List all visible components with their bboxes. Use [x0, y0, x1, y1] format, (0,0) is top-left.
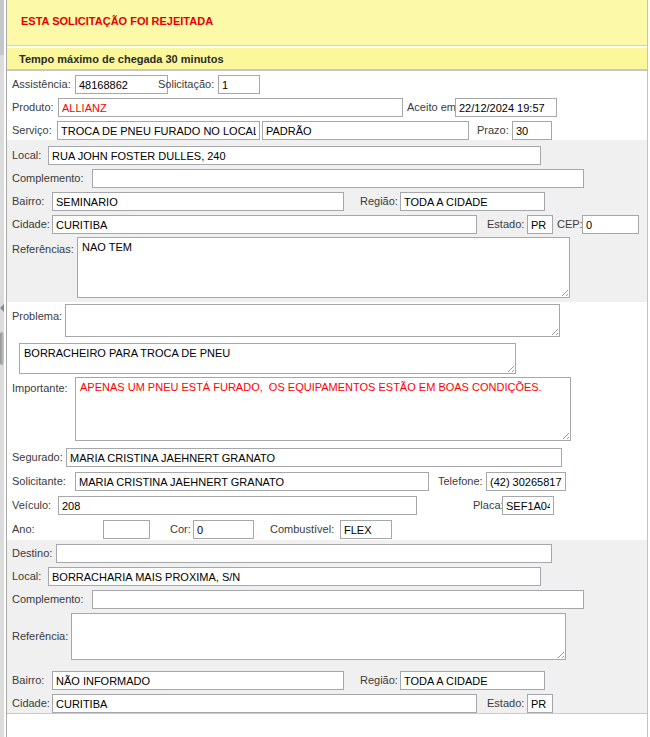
panel-right-border [647, 0, 648, 737]
servico-input[interactable] [57, 121, 260, 140]
origem-cep-label: CEP: [557, 218, 583, 230]
aceito-em-label: Aceito em: [407, 101, 459, 113]
origem-local-input[interactable] [48, 146, 541, 165]
telefone-input[interactable] [486, 472, 566, 491]
splitter-top-segment [0, 0, 4, 55]
solicitacao-label: Solicitação: [158, 78, 214, 90]
importante-label: Importante: [12, 382, 68, 394]
destino-input[interactable] [56, 544, 552, 563]
segurado-input[interactable] [66, 448, 562, 467]
origem-complemento-label: Complemento: [12, 172, 84, 184]
destino-bairro-label: Bairro: [12, 674, 44, 686]
solicitacao-input[interactable] [218, 75, 260, 94]
origem-bairro-input[interactable] [52, 192, 344, 211]
segurado-label: Segurado: [12, 451, 63, 463]
problema-label: Problema: [12, 310, 62, 322]
combustivel-label: Combustível: [270, 523, 334, 535]
destino-regiao-label: Região: [360, 674, 398, 686]
telefone-label: Telefone: [438, 475, 483, 487]
produto-label: Produto: [12, 101, 54, 113]
splitter-track [0, 0, 4, 737]
destino-cidade-input[interactable] [52, 694, 477, 713]
produto-input[interactable] [58, 98, 403, 117]
origem-local-label: Local: [12, 149, 41, 161]
servico-label: Serviço: [12, 124, 52, 136]
placa-label: Placa: [473, 499, 504, 511]
solicitante-label: Solicitante: [12, 475, 66, 487]
arrival-time-banner: Tempo máximo de chegada 30 minutos [7, 48, 647, 71]
cor-input[interactable] [193, 520, 254, 539]
splitter-collapse-arrow-icon[interactable] [0, 304, 4, 312]
origem-cidade-label: Cidade: [12, 218, 50, 230]
referencias-textarea[interactable]: NAO TEM [77, 237, 570, 298]
aceito-em-input[interactable] [455, 98, 557, 117]
destino-label: Destino: [12, 547, 52, 559]
ano-input[interactable] [103, 520, 150, 539]
origem-cidade-input[interactable] [52, 215, 477, 234]
assistencia-label: Assistência: [12, 78, 71, 90]
referencias-label: Referências: [12, 243, 74, 255]
destino-estado-input[interactable] [527, 694, 553, 713]
solicitante-input[interactable] [75, 472, 429, 491]
origem-regiao-label: Região: [360, 195, 398, 207]
origem-estado-input[interactable] [527, 215, 553, 234]
destino-referencia-label: Referência: [12, 630, 68, 642]
destino-cidade-label: Cidade: [12, 697, 50, 709]
origem-bairro-label: Bairro: [12, 195, 44, 207]
origem-complemento-input[interactable] [92, 169, 584, 188]
veiculo-input[interactable] [58, 496, 417, 515]
destino-local-label: Local: [12, 570, 41, 582]
destino-bairro-input[interactable] [52, 671, 344, 690]
splitter-scroll-thumb[interactable] [0, 332, 4, 365]
problema-textarea[interactable] [65, 304, 560, 337]
destino-referencia-textarea[interactable] [71, 613, 566, 660]
rejected-banner: ESTA SOLICITAÇÃO FOI REJEITADA [7, 0, 647, 46]
veiculo-label: Veículo: [12, 499, 51, 511]
assistencia-input[interactable] [75, 75, 168, 94]
destino-local-input[interactable] [48, 567, 541, 586]
prazo-label: Prazo: [477, 124, 509, 136]
importante-textarea[interactable]: APENAS UM PNEU ESTÁ FURADO, OS EQUIPAMEN… [75, 377, 571, 441]
destino-complemento-input[interactable] [92, 590, 584, 609]
combustivel-input[interactable] [340, 520, 392, 539]
rejected-banner-text: ESTA SOLICITAÇÃO FOI REJEITADA [21, 15, 213, 27]
observacao-textarea[interactable]: BORRACHEIRO PARA TROCA DE PNEU [19, 343, 516, 374]
origem-regiao-input[interactable] [400, 192, 545, 211]
destino-estado-label: Estado: [487, 697, 524, 709]
placa-input[interactable] [502, 496, 554, 515]
origem-estado-label: Estado: [487, 218, 524, 230]
cor-label: Cor: [170, 523, 191, 535]
arrival-time-text: Tempo máximo de chegada 30 minutos [19, 53, 224, 65]
destino-regiao-input[interactable] [400, 671, 545, 690]
ano-label: Ano: [12, 523, 35, 535]
destino-complemento-label: Complemento: [12, 593, 84, 605]
servico-tipo-input[interactable] [262, 121, 469, 140]
origem-cep-input[interactable] [582, 215, 639, 234]
prazo-input[interactable] [512, 121, 552, 140]
